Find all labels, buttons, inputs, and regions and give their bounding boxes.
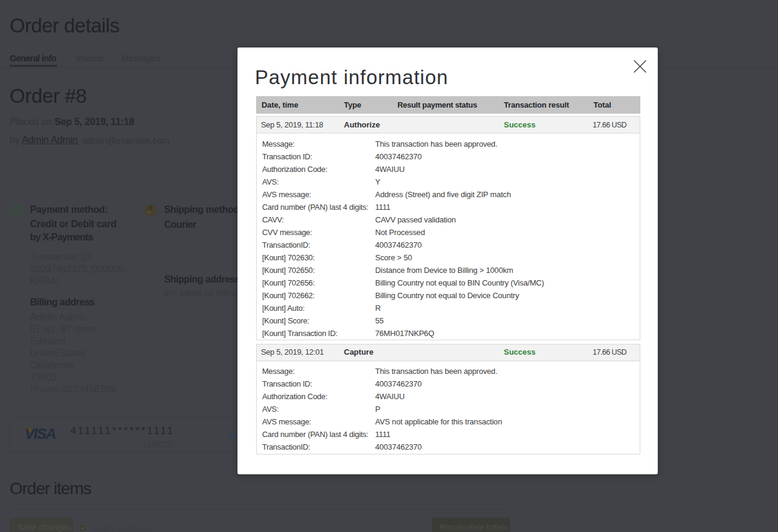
svg-text:VISA: VISA xyxy=(25,426,55,440)
svg-text:$: $ xyxy=(14,205,19,215)
